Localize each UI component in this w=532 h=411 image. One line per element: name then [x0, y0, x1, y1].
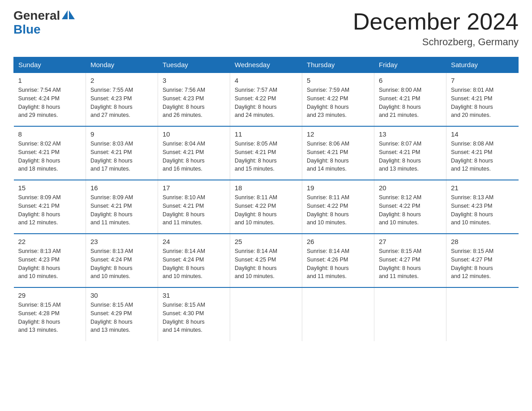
- day-number: 2: [90, 77, 153, 84]
- day-number: 18: [235, 184, 297, 192]
- day-info: Sunrise: 8:06 AM Sunset: 4:21 PM Dayligh…: [307, 140, 369, 173]
- day-info: Sunrise: 8:15 AM Sunset: 4:27 PM Dayligh…: [379, 247, 442, 281]
- calendar-cell: 12 Sunrise: 8:06 AM Sunset: 4:21 PM Dayl…: [302, 126, 374, 180]
- calendar-cell: 3 Sunrise: 7:56 AM Sunset: 4:23 PM Dayli…: [158, 73, 230, 126]
- day-number: 5: [307, 77, 369, 84]
- day-header-row: SundayMondayTuesdayWednesdayThursdayFrid…: [14, 57, 519, 73]
- calendar-cell: 24 Sunrise: 8:14 AM Sunset: 4:24 PM Dayl…: [158, 234, 230, 287]
- day-number: 16: [90, 184, 153, 192]
- day-info: Sunrise: 8:07 AM Sunset: 4:21 PM Dayligh…: [379, 140, 442, 173]
- day-number: 21: [451, 184, 514, 192]
- location-subtitle: Schrozberg, Germany: [353, 36, 519, 48]
- calendar-cell: 14 Sunrise: 8:08 AM Sunset: 4:21 PM Dayl…: [446, 126, 519, 180]
- day-number: 6: [379, 77, 442, 84]
- day-number: 27: [379, 238, 442, 245]
- calendar-cell: 2 Sunrise: 7:55 AM Sunset: 4:23 PM Dayli…: [86, 73, 158, 126]
- logo-blue-text: Blue: [13, 22, 41, 36]
- day-info: Sunrise: 7:54 AM Sunset: 4:24 PM Dayligh…: [18, 86, 82, 120]
- day-info: Sunrise: 8:15 AM Sunset: 4:27 PM Dayligh…: [451, 247, 514, 281]
- day-info: Sunrise: 8:14 AM Sunset: 4:24 PM Dayligh…: [163, 247, 225, 281]
- calendar-title-area: December 2024 Schrozberg, Germany: [353, 9, 519, 48]
- day-number: 15: [18, 184, 82, 192]
- header-day-thursday: Thursday: [302, 57, 374, 73]
- header-day-monday: Monday: [86, 57, 158, 73]
- day-number: 24: [163, 238, 225, 245]
- week-row-3: 15 Sunrise: 8:09 AM Sunset: 4:21 PM Dayl…: [14, 180, 519, 234]
- calendar-cell: 19 Sunrise: 8:11 AM Sunset: 4:22 PM Dayl…: [302, 180, 374, 234]
- calendar-cell: [302, 287, 374, 341]
- month-year-title: December 2024: [353, 9, 519, 34]
- day-info: Sunrise: 8:11 AM Sunset: 4:22 PM Dayligh…: [307, 193, 369, 227]
- day-info: Sunrise: 7:57 AM Sunset: 4:22 PM Dayligh…: [235, 86, 297, 120]
- header-day-tuesday: Tuesday: [158, 57, 230, 73]
- day-info: Sunrise: 8:10 AM Sunset: 4:21 PM Dayligh…: [163, 193, 225, 227]
- calendar-cell: 25 Sunrise: 8:14 AM Sunset: 4:25 PM Dayl…: [230, 234, 302, 287]
- day-info: Sunrise: 7:56 AM Sunset: 4:23 PM Dayligh…: [163, 86, 225, 120]
- calendar-cell: 28 Sunrise: 8:15 AM Sunset: 4:27 PM Dayl…: [446, 234, 519, 287]
- calendar-cell: 8 Sunrise: 8:02 AM Sunset: 4:21 PM Dayli…: [14, 126, 86, 180]
- day-info: Sunrise: 7:55 AM Sunset: 4:23 PM Dayligh…: [90, 86, 153, 120]
- header-day-wednesday: Wednesday: [230, 57, 302, 73]
- calendar-cell: 13 Sunrise: 8:07 AM Sunset: 4:21 PM Dayl…: [374, 126, 446, 180]
- day-number: 3: [163, 77, 225, 84]
- calendar-header: SundayMondayTuesdayWednesdayThursdayFrid…: [14, 57, 519, 73]
- calendar-cell: [374, 287, 446, 341]
- day-number: 19: [307, 184, 369, 192]
- calendar-cell: 21 Sunrise: 8:13 AM Sunset: 4:23 PM Dayl…: [446, 180, 519, 234]
- day-number: 28: [451, 238, 514, 245]
- day-number: 14: [451, 130, 514, 138]
- day-number: 10: [163, 130, 225, 138]
- day-info: Sunrise: 8:02 AM Sunset: 4:21 PM Dayligh…: [18, 140, 82, 173]
- header-day-sunday: Sunday: [14, 57, 86, 73]
- calendar-cell: 31 Sunrise: 8:15 AM Sunset: 4:30 PM Dayl…: [158, 287, 230, 341]
- day-info: Sunrise: 8:03 AM Sunset: 4:21 PM Dayligh…: [90, 140, 153, 173]
- day-info: Sunrise: 8:00 AM Sunset: 4:21 PM Dayligh…: [379, 86, 442, 120]
- day-number: 29: [18, 291, 82, 299]
- day-number: 1: [18, 77, 82, 84]
- day-number: 26: [307, 238, 369, 245]
- calendar-cell: 18 Sunrise: 8:11 AM Sunset: 4:22 PM Dayl…: [230, 180, 302, 234]
- calendar-cell: 5 Sunrise: 7:59 AM Sunset: 4:22 PM Dayli…: [302, 73, 374, 126]
- day-info: Sunrise: 8:15 AM Sunset: 4:30 PM Dayligh…: [163, 301, 225, 334]
- calendar-cell: [230, 287, 302, 341]
- day-info: Sunrise: 8:04 AM Sunset: 4:21 PM Dayligh…: [163, 140, 225, 173]
- header-day-saturday: Saturday: [446, 57, 519, 73]
- day-info: Sunrise: 7:59 AM Sunset: 4:22 PM Dayligh…: [307, 86, 369, 120]
- calendar-cell: 29 Sunrise: 8:15 AM Sunset: 4:28 PM Dayl…: [14, 287, 86, 341]
- week-row-1: 1 Sunrise: 7:54 AM Sunset: 4:24 PM Dayli…: [14, 73, 519, 126]
- day-number: 8: [18, 130, 82, 138]
- day-number: 11: [235, 130, 297, 138]
- calendar-cell: 27 Sunrise: 8:15 AM Sunset: 4:27 PM Dayl…: [374, 234, 446, 287]
- day-info: Sunrise: 8:09 AM Sunset: 4:21 PM Dayligh…: [18, 193, 82, 227]
- day-number: 20: [379, 184, 442, 192]
- day-number: 4: [235, 77, 297, 84]
- day-number: 31: [163, 291, 225, 299]
- day-info: Sunrise: 8:14 AM Sunset: 4:25 PM Dayligh…: [235, 247, 297, 281]
- day-number: 7: [451, 77, 514, 84]
- week-row-4: 22 Sunrise: 8:13 AM Sunset: 4:23 PM Dayl…: [14, 234, 519, 287]
- day-number: 9: [90, 130, 153, 138]
- calendar-cell: 1 Sunrise: 7:54 AM Sunset: 4:24 PM Dayli…: [14, 73, 86, 126]
- week-row-5: 29 Sunrise: 8:15 AM Sunset: 4:28 PM Dayl…: [14, 287, 519, 341]
- calendar-cell: 10 Sunrise: 8:04 AM Sunset: 4:21 PM Dayl…: [158, 126, 230, 180]
- day-info: Sunrise: 8:08 AM Sunset: 4:21 PM Dayligh…: [451, 140, 514, 173]
- day-number: 22: [18, 238, 82, 245]
- calendar-cell: 7 Sunrise: 8:01 AM Sunset: 4:21 PM Dayli…: [446, 73, 519, 126]
- calendar-cell: 22 Sunrise: 8:13 AM Sunset: 4:23 PM Dayl…: [14, 234, 86, 287]
- calendar-cell: 20 Sunrise: 8:12 AM Sunset: 4:22 PM Dayl…: [374, 180, 446, 234]
- calendar-cell: 9 Sunrise: 8:03 AM Sunset: 4:21 PM Dayli…: [86, 126, 158, 180]
- day-number: 12: [307, 130, 369, 138]
- day-info: Sunrise: 8:12 AM Sunset: 4:22 PM Dayligh…: [379, 193, 442, 227]
- logo: General Blue: [13, 9, 75, 37]
- day-info: Sunrise: 8:15 AM Sunset: 4:29 PM Dayligh…: [90, 301, 153, 334]
- day-info: Sunrise: 8:14 AM Sunset: 4:26 PM Dayligh…: [307, 247, 369, 281]
- calendar-cell: 6 Sunrise: 8:00 AM Sunset: 4:21 PM Dayli…: [374, 73, 446, 126]
- day-info: Sunrise: 8:05 AM Sunset: 4:21 PM Dayligh…: [235, 140, 297, 173]
- calendar-cell: [446, 287, 519, 341]
- calendar-cell: 23 Sunrise: 8:13 AM Sunset: 4:24 PM Dayl…: [86, 234, 158, 287]
- day-number: 30: [90, 291, 153, 299]
- day-info: Sunrise: 8:09 AM Sunset: 4:21 PM Dayligh…: [90, 193, 153, 227]
- page-header: General Blue December 2024 Schrozberg, G…: [13, 9, 519, 48]
- day-info: Sunrise: 8:13 AM Sunset: 4:24 PM Dayligh…: [90, 247, 153, 281]
- day-number: 13: [379, 130, 442, 138]
